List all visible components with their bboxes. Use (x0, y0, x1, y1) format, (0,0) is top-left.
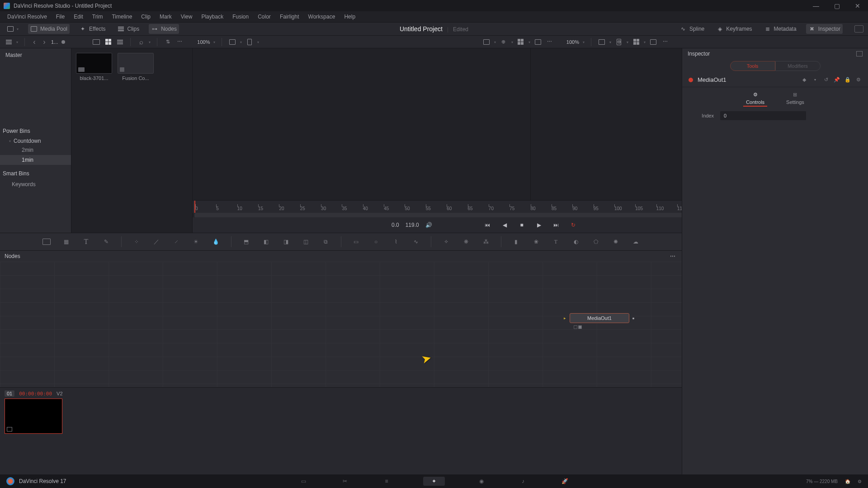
page-edit-icon[interactable]: ≡ (382, 477, 392, 486)
light-tool-icon[interactable]: ☀ (191, 237, 201, 247)
viewer-grid-dropdown-icon[interactable] (528, 40, 530, 44)
viewer-a-dropdown-icon[interactable] (494, 40, 496, 44)
menu-davinci-resolve[interactable]: DaVinci Resolve (3, 11, 52, 22)
master-bin[interactable]: Master (0, 48, 71, 62)
nav-fwd-icon[interactable] (41, 39, 47, 45)
menu-fairlight[interactable]: Fairlight (275, 11, 304, 22)
ellipse-tool-icon[interactable]: ○ (371, 237, 381, 247)
image3d-tool-icon[interactable]: ▮ (511, 237, 521, 247)
background-tool-icon[interactable] (42, 237, 52, 247)
pemitter-tool-icon[interactable]: ⁂ (481, 237, 491, 247)
split-dropdown-icon[interactable] (257, 40, 259, 44)
insp-grid-icon[interactable] (632, 38, 640, 46)
insp-single-icon[interactable] (649, 38, 657, 46)
reset-icon[interactable]: ↺ (823, 77, 829, 83)
inspector-expand-icon[interactable] (856, 51, 863, 56)
grid-view-icon[interactable] (104, 38, 112, 46)
page-fusion-icon[interactable]: ✦ (423, 477, 445, 486)
keyframes-button[interactable]: ◈Keyframes (714, 24, 754, 34)
zoom-right-dropdown-icon[interactable] (583, 40, 585, 44)
resize-tool-icon[interactable]: ◫ (301, 237, 311, 247)
merge3d-tool-icon[interactable]: ⬠ (591, 237, 601, 247)
spline-button[interactable]: ∿Spline (677, 24, 707, 34)
audio-icon[interactable]: 🔊 (425, 222, 432, 228)
page-deliver-icon[interactable]: 🚀 (560, 477, 570, 486)
menu-workspace[interactable]: Workspace (304, 11, 340, 22)
zoom-right-label[interactable]: 100% (566, 39, 579, 45)
clip-selected-thumb[interactable] (5, 399, 62, 434)
home-icon[interactable]: 🏠 (845, 479, 850, 484)
keyframe-icon[interactable]: ◆ (801, 77, 807, 83)
zoom-left-dropdown-icon[interactable] (213, 40, 215, 44)
bin-keywords[interactable]: Keywords (0, 179, 71, 189)
minimize-button[interactable]: — (806, 0, 826, 11)
menu-playback[interactable]: Playback (197, 11, 228, 22)
zoom-left-label[interactable]: 100% (197, 39, 210, 45)
fit-dropdown-icon[interactable] (240, 40, 242, 44)
viewer-left[interactable] (193, 48, 531, 200)
menu-color[interactable]: Color (253, 11, 275, 22)
insp-a-icon[interactable] (598, 38, 606, 46)
menu-timeline[interactable]: Timeline (107, 11, 137, 22)
sort-icon[interactable]: ⇅ (164, 38, 172, 46)
blur-tool-icon[interactable]: 💧 (211, 237, 221, 247)
dropdown-icon[interactable] (16, 40, 18, 44)
list-view-icon[interactable] (116, 38, 124, 46)
subtab-controls[interactable]: ⚙Controls (743, 90, 767, 107)
clip-item[interactable]: Fusion Co... (118, 53, 154, 81)
page-fairlight-icon[interactable]: ♪ (518, 477, 528, 486)
expand-icon[interactable] (9, 139, 11, 143)
project-settings-icon[interactable]: ⚙ (858, 479, 862, 484)
subtab-settings[interactable]: ⊞Settings (783, 90, 807, 107)
render3d-tool-icon[interactable]: ☁ (631, 237, 641, 247)
fastnoise-tool-icon[interactable]: ▦ (61, 237, 71, 247)
menu-file[interactable]: File (52, 11, 69, 22)
nodes-canvas[interactable]: MediaOut1 (0, 262, 682, 387)
bin-view-icon[interactable] (5, 38, 13, 46)
menu-clip[interactable]: Clip (137, 11, 155, 22)
nav-back-icon[interactable] (31, 39, 38, 45)
menu-help[interactable]: Help (340, 11, 360, 22)
menu-mark[interactable]: Mark (155, 11, 176, 22)
lock-icon[interactable]: 🔒 (844, 77, 851, 83)
go-start-icon[interactable]: ⏮ (483, 221, 492, 230)
node-view-buttons[interactable] (574, 325, 582, 329)
shape3d-tool-icon[interactable]: ❀ (531, 237, 541, 247)
effects-button[interactable]: ✦Effects (77, 24, 108, 34)
search-icon[interactable] (137, 38, 145, 46)
stop-icon[interactable]: ■ (517, 221, 526, 230)
viewer-global-dropdown-icon[interactable] (511, 40, 513, 44)
matte-tool-icon[interactable]: ◨ (281, 237, 291, 247)
more-icon[interactable] (175, 38, 184, 46)
clips-button[interactable]: Clips (115, 24, 142, 34)
field-index-input[interactable] (720, 111, 806, 120)
text3d-tool-icon[interactable]: T (551, 237, 561, 247)
version-dropdown-icon[interactable] (812, 77, 818, 83)
search-dropdown-icon[interactable] (149, 40, 151, 44)
prender-tool-icon[interactable]: ❋ (461, 237, 471, 247)
insp-global-dropdown-icon[interactable] (627, 40, 628, 44)
crop-tool-icon[interactable]: ⧉ (321, 237, 331, 247)
text-tool-icon[interactable]: T (81, 237, 91, 247)
settings-gear-icon[interactable]: ⚙ (855, 77, 862, 83)
tracker-tool-icon[interactable]: ⁘ (132, 237, 142, 247)
menu-edit[interactable]: Edit (69, 11, 88, 22)
loop-icon[interactable]: ↻ (569, 221, 578, 230)
layout-button[interactable] (5, 24, 21, 34)
tab-tools[interactable]: Tools (730, 61, 775, 71)
close-button[interactable]: ✕ (847, 0, 868, 11)
media-pool-button[interactable]: Media Pool (28, 24, 70, 34)
pin-icon[interactable]: 📌 (834, 77, 840, 83)
insp-global-icon[interactable]: ⊕ (615, 38, 623, 46)
paint-tool-icon[interactable]: ✎ (101, 237, 111, 247)
merge-tool-icon[interactable]: ⬒ (241, 237, 251, 247)
inspector-node-name[interactable]: MediaOut1 (698, 76, 726, 83)
viewer-global-icon[interactable]: ⊕ (500, 38, 508, 46)
step-back-icon[interactable]: ◀ (500, 221, 509, 230)
camera3d-tool-icon[interactable]: ◐ (571, 237, 581, 247)
inspector-button[interactable]: ✖Inspector (806, 24, 843, 34)
bspline-tool-icon[interactable]: ∿ (411, 237, 421, 247)
bin-countdown[interactable]: Countdown (0, 137, 71, 145)
page-color-icon[interactable]: ◉ (476, 477, 486, 486)
thumb-view-icon[interactable] (92, 38, 100, 46)
